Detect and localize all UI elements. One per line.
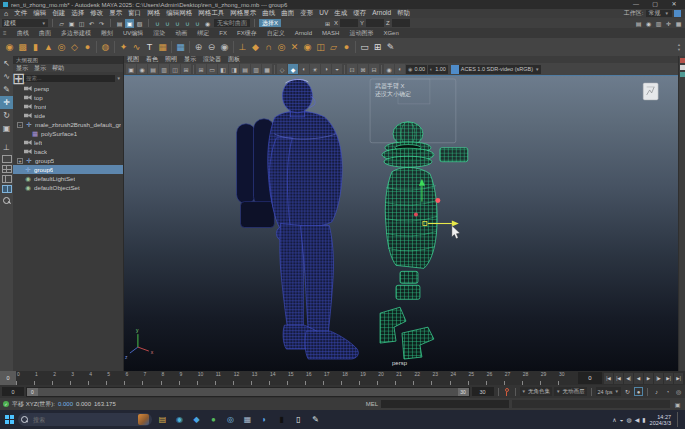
menubar-item[interactable]: 选择 bbox=[71, 9, 84, 18]
scale-tool[interactable]: ▣ bbox=[0, 122, 13, 135]
type-tool-icon[interactable]: T bbox=[143, 40, 156, 54]
outliner-item-defaultobjectset[interactable]: ◉defaultObjectSet bbox=[13, 183, 123, 192]
timeline-tick[interactable]: 30 bbox=[558, 371, 576, 385]
menubar-item[interactable]: 编辑 bbox=[33, 9, 46, 18]
menubar-item[interactable]: 文件 bbox=[14, 9, 27, 18]
menubar-item[interactable]: 编辑网格 bbox=[166, 9, 192, 18]
rotate-tool[interactable]: ↻ bbox=[0, 109, 13, 122]
timeline-tick[interactable]: 24 bbox=[450, 371, 468, 385]
outliner-item-back[interactable]: back bbox=[13, 147, 123, 156]
timeline-tick[interactable]: 0 bbox=[16, 371, 34, 385]
expand-toggle[interactable]: - bbox=[17, 122, 23, 128]
timeline-tick[interactable]: 4 bbox=[88, 371, 106, 385]
exposure-field[interactable]: ◉0.00 bbox=[406, 65, 427, 74]
next-key-button[interactable]: ▶| bbox=[664, 373, 673, 384]
shelf-tab[interactable]: 绑定 bbox=[192, 29, 214, 38]
z-input[interactable] bbox=[392, 19, 410, 27]
timeline-tick[interactable]: 16 bbox=[305, 371, 323, 385]
shadows-icon[interactable]: ◑ bbox=[321, 64, 331, 74]
uv-editor-icon[interactable]: ▭ bbox=[358, 40, 371, 54]
menubar-item[interactable]: 窗口 bbox=[128, 9, 141, 18]
shelf-tab[interactable]: 曲面 bbox=[34, 29, 56, 38]
curve-tool-icon[interactable]: ✦ bbox=[117, 40, 130, 54]
joints-xray-icon[interactable]: ⊟ bbox=[369, 64, 379, 74]
next-frame-button[interactable]: |▶ bbox=[654, 373, 663, 384]
exposure-icon[interactable]: ◉ bbox=[384, 64, 394, 74]
timeline-tick[interactable]: 5 bbox=[106, 371, 124, 385]
menubar-item[interactable]: 网格工具 bbox=[198, 9, 224, 18]
snap-projected-center-icon[interactable]: ∪ bbox=[183, 19, 192, 28]
anim-start-field[interactable]: 0 bbox=[2, 387, 24, 396]
timeline-tick[interactable]: 25 bbox=[468, 371, 486, 385]
layout-split-left-button[interactable] bbox=[2, 175, 12, 183]
shelf-tab[interactable]: UV编辑 bbox=[118, 29, 148, 38]
filter-icon[interactable]: ⊞ bbox=[15, 74, 22, 83]
poly-disc-icon[interactable]: ● bbox=[81, 40, 94, 54]
viewport-menu-item[interactable]: 着色 bbox=[146, 55, 158, 64]
go-to-start-button[interactable]: |◀ bbox=[604, 373, 613, 384]
combine-icon[interactable]: ⊕ bbox=[192, 40, 205, 54]
menubar-item[interactable]: 显示 bbox=[109, 9, 122, 18]
live-surface-field[interactable]: 无实时曲面 bbox=[214, 19, 250, 27]
shaded-mode-icon[interactable]: ◆ bbox=[288, 64, 298, 74]
timeline-tick[interactable]: 1 bbox=[34, 371, 52, 385]
workspace-dropdown[interactable]: 常规▼ bbox=[646, 10, 672, 17]
viewport-menu-item[interactable]: 显示 bbox=[184, 55, 196, 64]
viewport-menu-item[interactable]: 视图 bbox=[127, 55, 139, 64]
shelf-scroll-arrows[interactable]: ▲▼ bbox=[677, 43, 682, 52]
character-set-dropdown[interactable]: ▼无角色集 bbox=[520, 387, 552, 396]
app-diamond-icon[interactable]: ◆ bbox=[190, 413, 203, 426]
shelf-tab[interactable]: 运动图形 bbox=[344, 29, 378, 38]
range-start-handle[interactable]: 0 bbox=[27, 388, 38, 396]
extrude-icon[interactable]: ⊥ bbox=[236, 40, 249, 54]
new-scene-icon[interactable]: ▱ bbox=[57, 19, 66, 28]
poly-plane-icon[interactable]: ◇ bbox=[68, 40, 81, 54]
shelf-tab[interactable]: FX缓存 bbox=[232, 29, 262, 38]
workspace-pin-icon[interactable] bbox=[674, 10, 681, 17]
file-explorer-icon[interactable]: ▤ bbox=[156, 413, 169, 426]
layout-outliner-persp-button[interactable] bbox=[2, 185, 12, 193]
shelf-tab[interactable]: Arnold bbox=[290, 30, 317, 36]
app-green-icon[interactable]: ● bbox=[207, 413, 220, 426]
layout-single-button[interactable] bbox=[2, 155, 12, 163]
textured-mode-icon[interactable]: ◐ bbox=[299, 64, 309, 74]
snip-tool-icon[interactable]: ✎ bbox=[309, 413, 322, 426]
snap-viewplane-icon[interactable]: ∪ bbox=[193, 19, 202, 28]
outliner-item-group6[interactable]: ✛group6 bbox=[13, 165, 123, 174]
timeline-tick[interactable]: 23 bbox=[431, 371, 449, 385]
multi-cut-icon[interactable]: ✕ bbox=[288, 40, 301, 54]
lock-camera-icon[interactable]: ◉ bbox=[137, 64, 147, 74]
menubar-item[interactable]: 缓存 bbox=[353, 9, 366, 18]
timeline-tick[interactable]: 8 bbox=[161, 371, 179, 385]
close-button[interactable]: ✕ bbox=[666, 0, 682, 9]
shelf-tab[interactable]: 雕刻 bbox=[96, 29, 118, 38]
chat-app-icon[interactable]: ◗ bbox=[258, 413, 271, 426]
anim-end-field[interactable]: 30 bbox=[472, 387, 494, 396]
mel-input-field[interactable] bbox=[381, 400, 509, 408]
uv-layout-icon[interactable]: ⊞ bbox=[371, 40, 384, 54]
modeling-toolkit-shelf-icon[interactable]: ▦ bbox=[174, 40, 187, 54]
shelf-menu-icon[interactable]: ≡ bbox=[3, 30, 12, 36]
super-shape-icon[interactable]: ◍ bbox=[99, 40, 112, 54]
timeline-tick[interactable]: 7 bbox=[142, 371, 160, 385]
open-scene-icon[interactable]: ▣ bbox=[67, 19, 76, 28]
bookmarks-icon[interactable]: ▥ bbox=[159, 64, 169, 74]
menubar-item[interactable]: UV bbox=[319, 9, 328, 18]
start-button[interactable] bbox=[5, 415, 14, 424]
humanik-icon[interactable]: ◉ bbox=[644, 19, 653, 28]
menubar-item[interactable]: 帮助 bbox=[397, 9, 410, 18]
shelf-tab[interactable]: 自定义 bbox=[262, 29, 290, 38]
sound-icon[interactable]: ♪ bbox=[652, 387, 661, 396]
menubar-item[interactable]: 曲线 bbox=[262, 9, 275, 18]
sidebar-tab-teal-icon[interactable] bbox=[680, 72, 685, 77]
gamma-icon[interactable]: ◐ bbox=[395, 64, 405, 74]
loop-mode-icon[interactable]: ↻ bbox=[623, 387, 632, 396]
menubar-item[interactable]: 网格 bbox=[147, 9, 160, 18]
transform-entry-icon[interactable]: ⊞ bbox=[323, 19, 332, 28]
timeline-tick[interactable]: 15 bbox=[287, 371, 305, 385]
phone-link-icon[interactable]: ▯ bbox=[292, 413, 305, 426]
edge-browser-icon[interactable]: ◉ bbox=[173, 413, 186, 426]
zoom-tool-icon[interactable] bbox=[3, 197, 11, 205]
outliner-item-polysurface1[interactable]: ▦polySurface1 bbox=[13, 129, 123, 138]
film-gate-icon[interactable]: ▭ bbox=[207, 64, 217, 74]
